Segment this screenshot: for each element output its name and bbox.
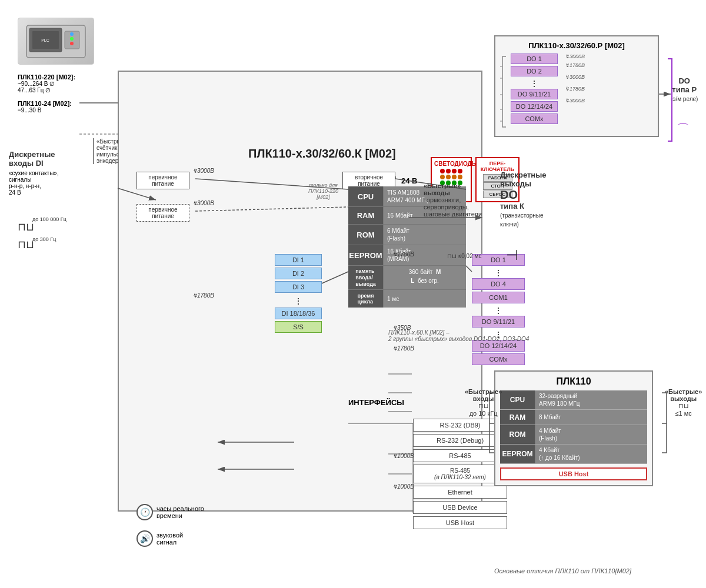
do-tr-comx: COMx: [511, 113, 558, 124]
di-3: DI 3: [275, 281, 322, 293]
plk110-rom-label: ROM: [500, 425, 535, 444]
volt-1000-2: ↯1000В: [392, 483, 414, 490]
sound-label: звуковойсигнал: [156, 532, 183, 546]
iface-rs232-debug: RS-232 (Debug): [413, 434, 507, 447]
page-container: PLC ПЛК110-220 [М02]: ~90...264 В ∅ 47..…: [0, 0, 706, 588]
iface-usb-device: USB Device: [413, 501, 507, 514]
plk110-rom-value: 4 Мбайт(Flash): [535, 425, 647, 444]
plk110-ram-value: 8 Мбайт: [535, 410, 647, 425]
primary-power-box: первичноепитание: [136, 172, 189, 189]
plk-note2: ПЛК110-х.60.К [М02] –2 группы «быстрых» …: [388, 329, 535, 342]
clock-icon: 🕐: [136, 504, 153, 520]
rom-label: ROM: [348, 225, 384, 245]
cpu-rom-row: ROM 6 Мбайт(Flash): [348, 225, 466, 245]
svg-point-3: [70, 32, 74, 36]
di-ss: S/S: [275, 321, 322, 333]
svg-point-5: [70, 42, 74, 45]
svg-line-12: [322, 272, 348, 283]
discrete-outputs-label: Дискретныевыходы DO типа К (транзисторны…: [500, 171, 547, 228]
svg-line-13: [466, 266, 472, 272]
svg-line-9: [195, 207, 348, 211]
plk110-cpu-label: CPU: [500, 390, 535, 409]
plk-top-right-block: ПЛК110-х.30/32/60.Р [М02] DO 1 DO 2 ⋮ DO…: [494, 35, 659, 137]
memory-value: 360 байт M L без огр.: [384, 266, 466, 289]
volt-1780-do: ↯1780В: [392, 251, 414, 258]
di-last: DI 18/18/36: [275, 308, 322, 319]
di-dots: ⋮: [275, 295, 322, 308]
plk110-compare-block: ПЛК110 CPU 32-разрядныйARM9 180 МГц RAM …: [494, 370, 653, 486]
do-9-11-21: DO 9/11/21: [472, 316, 525, 328]
do-block: DO 1 ⋮ DO 4 COM1 ⋮ DO 9/11/21 ⋮ DO 12/14…: [472, 254, 525, 367]
volt-3000-1: ↯3000В: [192, 168, 214, 174]
svg-text:PLC: PLC: [41, 38, 49, 42]
eeprom-label: EEPROM: [348, 245, 384, 265]
ram-label: RAM: [348, 207, 384, 224]
cpu-cycle-row: времяцикла 1 мс: [348, 290, 466, 308]
device-image: PLC: [18, 18, 94, 65]
do-dots1: ⋮: [472, 268, 525, 278]
freq1-label: до 100 000 Гц: [32, 216, 66, 222]
volt-1780-1: ↯1780В: [192, 292, 214, 299]
clock-area: 🕐 часы реальноговремени: [136, 504, 204, 520]
plk110-eeprom-label: EEPROM: [500, 445, 535, 463]
plk110-fast-outputs: «Быстрые»выходы⊓⊔≤1 мс: [665, 388, 702, 417]
time-02ms: ⊓⊔ ≤0,02 мс: [447, 253, 481, 259]
volt-1000-1: ↯1000В: [392, 453, 414, 459]
discrete-inputs-label: Дискретные входы DI «сухие контакты»,сиг…: [9, 150, 97, 196]
plk110-cpu-value: 32-разрядныйARM9 180 МГц: [535, 390, 647, 409]
plk110-ram-label: RAM: [500, 410, 535, 425]
plk110-rom-row: ROM 4 Мбайт(Flash): [500, 425, 647, 445]
relay-symbol: ⌒: [677, 121, 690, 138]
di-2: DI 2: [275, 268, 322, 279]
cycle-value: 1 мс: [384, 290, 466, 308]
plk220-label: ПЛК110-220 [М02]: ~90...264 В ∅ 47...63 …: [18, 74, 75, 93]
di-block: DI 1 DI 2 DI 3 ⋮ DI 18/18/36 S/S: [275, 254, 322, 335]
plk110-usb-host: USB Host: [500, 467, 647, 480]
do-tr-1: DO 1: [511, 54, 558, 64]
fast-outputs-desc: «Быстрые»выходытормознюги,сервоприводы,ш…: [424, 182, 494, 218]
iface-usb-host: USB Host: [413, 516, 507, 529]
plk110-fast-inputs: «Быстрые»входы⊓⊔до 10 кГц: [465, 388, 502, 417]
volt-3000-2: ↯3000В: [192, 200, 214, 206]
plk110-eeprom-value: 4 Кбайт(↑ до 16 Кбайт): [535, 445, 647, 463]
primary-power-box2: первичноепитание: [136, 204, 189, 222]
do-tr-9: DO 9/11/21: [511, 89, 558, 99]
plk24-label: ПЛК110-24 [М02]: =9...30 В: [18, 100, 72, 113]
do-type-p-label: DOтипа Р(э/м реле): [671, 76, 698, 103]
interfaces-title: ИНТЕРФЕЙСЫ: [348, 398, 404, 409]
iface-rs232-db9: RS-232 (DB9): [413, 419, 507, 432]
compare-note: Основные отличия ПЛК110 от ПЛК110[М02]: [494, 567, 631, 574]
do-com1: COM1: [472, 292, 525, 303]
sound-area: 🔊 звуковойсигнал: [136, 530, 183, 547]
freq2-label: до 300 Гц: [32, 236, 56, 242]
plk110-ram-row: RAM 8 Мбайт: [500, 410, 647, 425]
do-4: DO 4: [472, 278, 525, 290]
main-block: ПЛК110-х.30/32/60.К [М02] СВЕТОДИОДЫ: [118, 71, 482, 512]
do-tr-2: DO 2: [511, 66, 558, 76]
di-1: DI 1: [275, 254, 322, 266]
only-for-label: только дляПЛК110-220 [М02]: [301, 182, 345, 200]
transistor-symbol: ⊣: [506, 247, 518, 263]
cpu-memory-row: памятьввода/вывода 360 байт M L без огр.: [348, 266, 466, 290]
main-block-title: ПЛК110-х.30/32/60.К [М02]: [248, 147, 396, 161]
do-dots2: ⋮: [472, 305, 525, 316]
interfaces-block: RS-232 (DB9) RS-232 (Debug) RS-485 RS-48…: [413, 419, 507, 532]
slow-pulse-symbol: ⊓⊔: [18, 238, 34, 251]
do-comx: COMx: [472, 353, 525, 365]
sound-icon: 🔊: [136, 530, 153, 547]
plk110-cpu-row: CPU 32-разрядныйARM9 180 МГц: [500, 390, 647, 410]
svg-point-4: [70, 37, 74, 41]
plk110-eeprom-row: EEPROM 4 Кбайт(↑ до 16 Кбайт): [500, 445, 647, 464]
clock-label: часы реальноговремени: [156, 505, 204, 519]
iface-rs485-1: RS-485: [413, 449, 507, 462]
cpu-label: CPU: [348, 186, 384, 206]
memory-label: памятьввода/вывода: [348, 266, 384, 289]
rom-value: 6 Мбайт(Flash): [384, 225, 466, 245]
cycle-label: времяцикла: [348, 290, 384, 308]
pulse-symbol: ⊓⊔: [18, 220, 34, 233]
iface-rs485-2: RS-485(в ПЛК110-32 нет): [413, 465, 507, 483]
bracket-svg: [500, 54, 507, 130]
24v-label: 24 В: [401, 176, 417, 185]
iface-ethernet: Ethernet: [413, 486, 507, 499]
do-tr-12: DO 12/14/24: [511, 101, 558, 112]
